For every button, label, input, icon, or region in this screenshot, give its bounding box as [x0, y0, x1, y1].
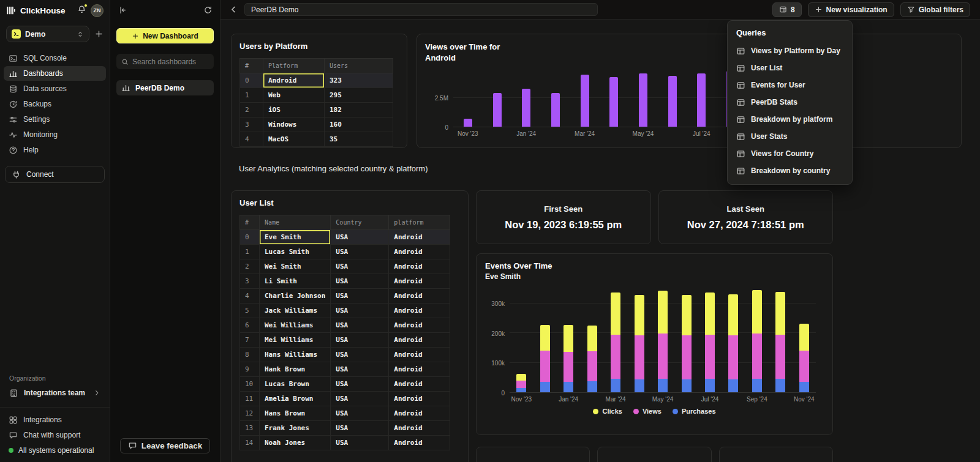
table-cell[interactable]: USA	[331, 421, 389, 436]
sidebar-item-integrations[interactable]: Integrations	[4, 412, 106, 427]
table-cell[interactable]: Hank Brown	[260, 362, 331, 377]
query-item[interactable]: Breakdown by platform	[728, 111, 852, 128]
table-cell[interactable]: Android	[389, 377, 450, 392]
table-cell[interactable]: 295	[325, 88, 393, 103]
table-cell[interactable]: Android	[389, 318, 450, 333]
table-cell[interactable]: Android	[389, 304, 450, 318]
query-item[interactable]: User List	[728, 59, 852, 76]
query-item[interactable]: Events for User	[728, 76, 852, 94]
legend-item-views[interactable]: Views	[633, 408, 662, 415]
table-cell[interactable]: 35	[325, 132, 393, 147]
table-cell[interactable]: 10	[240, 377, 260, 392]
query-item[interactable]: PeerDB Stats	[728, 94, 852, 111]
table-cell[interactable]: MacOS	[263, 132, 325, 147]
table-cell[interactable]: 3	[240, 117, 263, 132]
query-item[interactable]: Breakdown by country	[728, 162, 852, 179]
table-cell[interactable]: iOS	[263, 103, 325, 117]
search-input[interactable]	[132, 58, 200, 66]
table-cell[interactable]: Li Smith	[260, 274, 331, 289]
service-selector[interactable]: Demo	[6, 26, 89, 42]
collapse-panel-icon[interactable]	[118, 6, 127, 15]
table-cell[interactable]: 0	[240, 230, 260, 245]
table-cell[interactable]: Frank Jones	[260, 421, 331, 436]
table-cell[interactable]: Android	[389, 362, 450, 377]
back-icon[interactable]	[229, 5, 238, 14]
table-cell[interactable]: Android	[389, 245, 450, 259]
add-service-button[interactable]	[94, 29, 104, 39]
table-cell[interactable]: Android	[263, 73, 325, 88]
table-cell[interactable]: Android	[389, 333, 450, 348]
new-visualization-button[interactable]: New visualization	[808, 2, 894, 17]
table-cell[interactable]: USA	[331, 406, 389, 421]
sidebar-item-dashboards[interactable]: Dashboards	[4, 66, 106, 81]
table-cell[interactable]: 5	[240, 304, 260, 318]
table-cell[interactable]: 11	[240, 392, 260, 406]
notifications-button[interactable]	[77, 5, 86, 16]
table-cell[interactable]: USA	[331, 377, 389, 392]
query-item[interactable]: Views for Country	[728, 145, 852, 162]
table-cell[interactable]: Hans Brown	[260, 406, 331, 421]
table-cell[interactable]: USA	[331, 333, 389, 348]
table-cell[interactable]: USA	[331, 289, 389, 304]
table-cell[interactable]: 7	[240, 333, 260, 348]
table-cell[interactable]: Charlie Johnson	[260, 289, 331, 304]
table-cell[interactable]: 6	[240, 318, 260, 333]
table-cell[interactable]: Windows	[263, 117, 325, 132]
table-cell[interactable]: 12	[240, 406, 260, 421]
table-cell[interactable]: Lucas Smith	[260, 245, 331, 259]
query-item[interactable]: Views by Platform by Day	[728, 42, 852, 59]
table-cell[interactable]: Android	[389, 259, 450, 274]
table-cell[interactable]: USA	[331, 436, 389, 450]
avatar[interactable]: ZN	[91, 4, 104, 17]
table-cell[interactable]: Android	[389, 289, 450, 304]
table-cell[interactable]: 1	[240, 88, 263, 103]
table-cell[interactable]: USA	[331, 362, 389, 377]
table-cell[interactable]: 3	[240, 274, 260, 289]
table-cell[interactable]: 8	[240, 348, 260, 362]
table-cell[interactable]: 2	[240, 259, 260, 274]
sidebar-item-sql-console[interactable]: SQL Console	[4, 51, 106, 65]
table-cell[interactable]: Jack Williams	[260, 304, 331, 318]
sidebar-item-settings[interactable]: Settings	[4, 112, 106, 127]
table-cell[interactable]: 323	[325, 73, 393, 88]
global-filters-button[interactable]: Global filters	[900, 2, 970, 17]
legend-item-clicks[interactable]: Clicks	[593, 408, 622, 415]
table-cell[interactable]: Android	[389, 406, 450, 421]
leave-feedback-button[interactable]: Leave feedback	[120, 438, 210, 453]
sidebar-item-help[interactable]: Help	[4, 143, 106, 157]
table-cell[interactable]: 182	[325, 103, 393, 117]
sidebar-item-data-sources[interactable]: Data sources	[4, 81, 106, 96]
table-cell[interactable]: Mei Williams	[260, 333, 331, 348]
legend-item-purchases[interactable]: Purchases	[673, 408, 716, 415]
table-cell[interactable]: USA	[331, 348, 389, 362]
table-cell[interactable]: Wei Williams	[260, 318, 331, 333]
table-cell[interactable]: Amelia Brown	[260, 392, 331, 406]
table-cell[interactable]: USA	[331, 230, 389, 245]
query-item[interactable]: User Stats	[728, 128, 852, 145]
table-cell[interactable]: 4	[240, 132, 263, 147]
table-cell[interactable]: USA	[331, 259, 389, 274]
dashboard-list-item[interactable]: PeerDB Demo	[116, 80, 214, 95]
table-cell[interactable]: 2	[240, 103, 263, 117]
table-cell[interactable]: 4	[240, 289, 260, 304]
table-cell[interactable]: USA	[331, 274, 389, 289]
table-cell[interactable]: Noah Jones	[260, 436, 331, 450]
table-cell[interactable]: 13	[240, 421, 260, 436]
sidebar-item-monitoring[interactable]: Monitoring	[4, 127, 106, 142]
new-dashboard-button[interactable]: New Dashboard	[116, 28, 214, 43]
sidebar-item-chat-with-support[interactable]: Chat with support	[4, 428, 106, 442]
table-cell[interactable]: Eve Smith	[260, 230, 331, 245]
table-cell[interactable]: USA	[331, 318, 389, 333]
table-cell[interactable]: USA	[331, 304, 389, 318]
table-cell[interactable]: 160	[325, 117, 393, 132]
table-cell[interactable]: Lucas Brown	[260, 377, 331, 392]
table-cell[interactable]: Android	[389, 421, 450, 436]
dashboard-title-input[interactable]	[244, 3, 598, 16]
table-cell[interactable]: Android	[389, 348, 450, 362]
table-cell[interactable]: 9	[240, 362, 260, 377]
table-cell[interactable]: 0	[240, 73, 263, 88]
queries-count-button[interactable]: 8	[772, 2, 802, 17]
table-cell[interactable]: 1	[240, 245, 260, 259]
table-cell[interactable]: Android	[389, 436, 450, 450]
table-cell[interactable]: USA	[331, 392, 389, 406]
